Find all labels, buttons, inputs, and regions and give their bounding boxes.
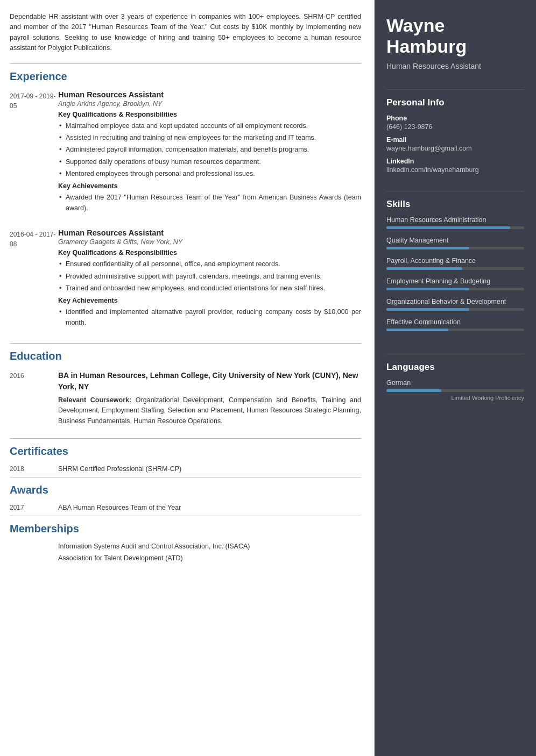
left-column: Dependable HR assistant with over 3 year… — [0, 0, 375, 756]
phone-value: (646) 123-9876 — [386, 123, 524, 131]
skill-name: Employment Planning & Budgeting — [386, 277, 524, 285]
skill-name: Payroll, Accounting & Finance — [386, 257, 524, 265]
achievements-list: Identified and implemented alternative p… — [58, 307, 361, 328]
language-bar-background — [386, 389, 524, 392]
responsibilities-list: Maintained employee data and kept update… — [58, 121, 361, 180]
award-date: 2017 — [10, 504, 58, 511]
achievements-heading: Key Achievements — [58, 297, 361, 304]
skill-item: Organizational Behavior & Development — [386, 298, 524, 311]
skills-title: Skills — [386, 191, 524, 210]
list-item: Awarded the 2017 "Human Resources Team o… — [58, 192, 361, 213]
list-item: Administered payroll information, compen… — [58, 145, 361, 155]
skills-section: Skills Human Resources AdministrationQua… — [375, 191, 536, 346]
award-entry: 2017ABA Human Resources Team of the Year — [10, 504, 361, 511]
certificate-entry: 2018SHRM Certified Professional (SHRM-CP… — [10, 465, 361, 473]
membership-text: Information Systems Audit and Control As… — [58, 543, 361, 550]
linkedin-label: LinkedIn — [386, 158, 524, 165]
skill-item: Employment Planning & Budgeting — [386, 277, 524, 290]
right-column: Wayne Hamburg Human Resources Assistant … — [375, 0, 536, 756]
experience-content: Human Resources AssistantAngie Arkins Ag… — [58, 90, 361, 217]
skill-item: Quality Management — [386, 237, 524, 249]
skills-container: Human Resources AdministrationQuality Ma… — [386, 216, 524, 331]
language-bar-fill — [386, 389, 441, 392]
skill-name: Human Resources Administration — [386, 216, 524, 224]
list-item: Ensured confidentiality of all personnel… — [58, 259, 361, 269]
skill-bar-background — [386, 247, 524, 249]
award-text: ABA Human Resources Team of the Year — [58, 504, 361, 511]
membership-text: Association for Talent Development (ATD) — [58, 554, 361, 562]
candidate-name: Wayne Hamburg — [386, 15, 524, 57]
certificates-section-title: Certificates — [10, 445, 361, 458]
experience-subtitle: Angie Arkins Agency, Brooklyn, NY — [58, 100, 361, 108]
experience-title: Human Resources Assistant — [58, 90, 361, 99]
membership-entry: Information Systems Audit and Control As… — [10, 543, 361, 550]
experience-date: 2017-09 - 2019-05 — [10, 90, 58, 217]
skill-bar-fill — [386, 267, 462, 270]
skill-bar-fill — [386, 247, 469, 249]
summary-text: Dependable HR assistant with over 3 year… — [10, 12, 361, 54]
language-name: German — [386, 379, 524, 387]
responsibilities-list: Ensured confidentiality of all personnel… — [58, 259, 361, 294]
education-entry: 2016BA in Human Resources, Lehman Colleg… — [10, 370, 361, 426]
languages-section: Languages GermanLimited Working Proficie… — [375, 354, 536, 414]
languages-title: Languages — [386, 354, 524, 373]
list-item: Mentored employees through personal and … — [58, 169, 361, 179]
education-degree: BA in Human Resources, Lehman College, C… — [58, 370, 361, 393]
skill-bar-fill — [386, 226, 510, 229]
achievements-heading: Key Achievements — [58, 182, 361, 190]
phone-label: Phone — [386, 115, 524, 122]
responsibilities-heading: Key Qualifications & Responsibilities — [58, 249, 361, 256]
memberships-container: Information Systems Audit and Control As… — [10, 543, 361, 562]
experience-subtitle: Gramercy Gadgets & Gifts, New York, NY — [58, 238, 361, 246]
personal-info-title: Personal Info — [386, 89, 524, 108]
personal-info-section: Personal Info Phone (646) 123-9876 E-mai… — [375, 89, 536, 183]
skill-item: Human Resources Administration — [386, 216, 524, 229]
email-label: E-mail — [386, 136, 524, 144]
education-date: 2016 — [10, 370, 58, 426]
experience-title: Human Resources Assistant — [58, 229, 361, 237]
experience-entry: 2017-09 - 2019-05Human Resources Assista… — [10, 90, 361, 217]
experience-container: 2017-09 - 2019-05Human Resources Assista… — [10, 90, 361, 332]
experience-date: 2016-04 - 2017-08 — [10, 229, 58, 331]
certificate-date: 2018 — [10, 465, 58, 473]
skill-item: Payroll, Accounting & Finance — [386, 257, 524, 270]
skill-bar-background — [386, 308, 524, 311]
resume-wrapper: Dependable HR assistant with over 3 year… — [0, 0, 536, 756]
skill-bar-fill — [386, 329, 448, 331]
education-content: BA in Human Resources, Lehman College, C… — [58, 370, 361, 426]
education-coursework: Relevant Coursework: Organizational Deve… — [58, 395, 361, 426]
linkedin-value: linkedin.com/in/waynehamburg — [386, 166, 524, 174]
education-container: 2016BA in Human Resources, Lehman Colleg… — [10, 370, 361, 426]
education-section-title: Education — [10, 350, 361, 362]
skill-bar-fill — [386, 288, 469, 290]
experience-section-title: Experience — [10, 70, 361, 83]
membership-entry: Association for Talent Development (ATD) — [10, 554, 361, 562]
language-item: GermanLimited Working Proficiency — [386, 379, 524, 401]
memberships-section-title: Memberships — [10, 523, 361, 535]
languages-container: GermanLimited Working Proficiency — [386, 379, 524, 401]
achievements-list: Awarded the 2017 "Human Resources Team o… — [58, 192, 361, 213]
skill-bar-background — [386, 329, 524, 331]
list-item: Maintained employee data and kept update… — [58, 121, 361, 131]
certificates-container: 2018SHRM Certified Professional (SHRM-CP… — [10, 465, 361, 473]
certificate-text: SHRM Certified Professional (SHRM-CP) — [58, 465, 361, 473]
list-item: Assisted in recruiting and training of n… — [58, 133, 361, 143]
awards-section-title: Awards — [10, 484, 361, 496]
list-item: Trained and onboarded new employees, and… — [58, 283, 361, 294]
language-proficiency: Limited Working Proficiency — [386, 395, 524, 401]
skill-name: Organizational Behavior & Development — [386, 298, 524, 305]
right-header: Wayne Hamburg Human Resources Assistant — [375, 0, 536, 82]
experience-content: Human Resources AssistantGramercy Gadget… — [58, 229, 361, 331]
email-value: wayne.hamburg@gmail.com — [386, 145, 524, 152]
awards-container: 2017ABA Human Resources Team of the Year — [10, 504, 361, 511]
skill-name: Quality Management — [386, 237, 524, 244]
skill-item: Effective Communication — [386, 318, 524, 331]
skill-bar-background — [386, 226, 524, 229]
list-item: Provided administrative support with pay… — [58, 272, 361, 282]
list-item: Supported daily operations of busy human… — [58, 157, 361, 167]
skill-name: Effective Communication — [386, 318, 524, 326]
list-item: Identified and implemented alternative p… — [58, 307, 361, 328]
responsibilities-heading: Key Qualifications & Responsibilities — [58, 111, 361, 118]
skill-bar-background — [386, 267, 524, 270]
experience-entry: 2016-04 - 2017-08Human Resources Assista… — [10, 229, 361, 331]
